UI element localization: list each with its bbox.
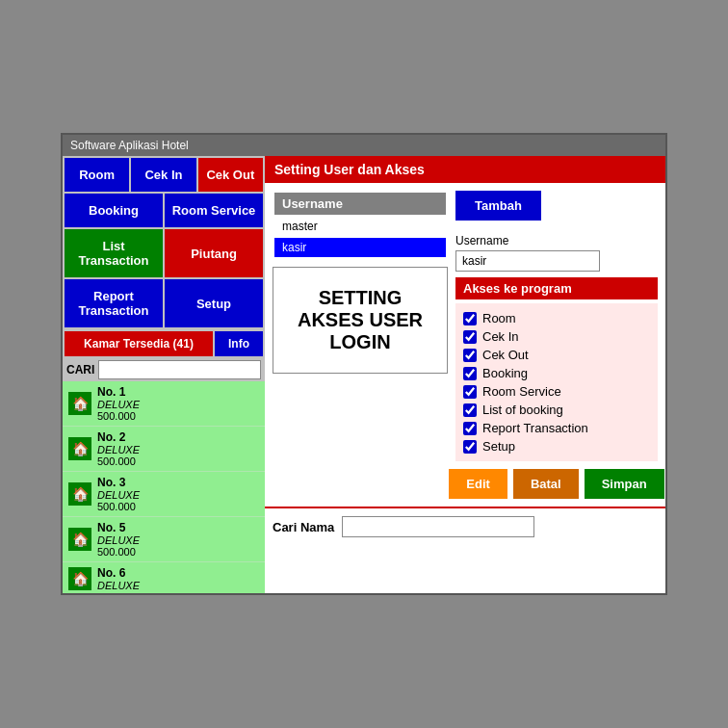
akses-checkbox[interactable]	[463, 367, 477, 380]
user-table-header: Username	[274, 193, 446, 215]
room-list-item[interactable]: 🏠 No. 2 DELUXE 500.000	[63, 427, 265, 472]
room-details: No. 2 DELUXE 500.000	[97, 430, 140, 467]
cekin-button[interactable]: Cek In	[131, 158, 195, 192]
room-list: 🏠 No. 1 DELUXE 500.000 🏠 No. 2 DELUXE 50…	[63, 381, 265, 593]
room-list-item[interactable]: 🏠 No. 1 DELUXE 500.000	[63, 381, 265, 427]
username-input[interactable]	[455, 250, 600, 272]
booking-button[interactable]: Booking	[65, 194, 163, 227]
username-label: Username	[455, 234, 658, 247]
akses-item-label: Report Transaction	[482, 421, 588, 435]
akses-item-label: Booking	[482, 366, 528, 380]
akses-checkbox[interactable]	[463, 349, 477, 362]
reporttransaction-button[interactable]: Report Transaction	[65, 279, 163, 327]
content-header: Setting User dan Akses	[265, 156, 665, 183]
batal-button[interactable]: Batal	[513, 469, 579, 499]
akses-item-label: Cek In	[482, 329, 519, 344]
content-area: Setting User dan Akses Username masterka…	[265, 156, 665, 593]
room-list-item[interactable]: 🏠 No. 5 DELUXE 500.000	[63, 517, 265, 562]
room-details: No. 3 DELUXE 500.000	[97, 476, 140, 512]
info-button[interactable]: Info	[215, 331, 263, 356]
kamar-tersedia-button[interactable]: Kamar Tersedia (41)	[65, 331, 213, 356]
room-details: No. 5 DELUXE 500.000	[97, 521, 140, 558]
user-name-cell: kasir	[274, 238, 446, 257]
akses-checkbox[interactable]	[463, 422, 477, 435]
setup-button[interactable]: Setup	[165, 279, 263, 327]
akses-item: Room	[463, 309, 650, 327]
room-icon: 🏠	[68, 567, 91, 590]
akses-checkbox[interactable]	[463, 440, 477, 454]
akses-item-label: Cek Out	[482, 348, 529, 362]
akses-item: Cek In	[463, 327, 650, 346]
piutang-button[interactable]: Piutang	[165, 229, 263, 277]
akses-item: Report Transaction	[463, 419, 650, 437]
room-icon: 🏠	[68, 482, 91, 506]
setting-box: SETTING AKSES USER LOGIN	[273, 267, 448, 374]
sidebar: Room Cek In Cek Out Booking Room Service…	[63, 156, 265, 593]
edit-button[interactable]: Edit	[449, 469, 507, 499]
akses-item: List of booking	[463, 401, 650, 419]
app-title: Software Aplikasi Hotel	[70, 139, 189, 152]
simpan-button[interactable]: Simpan	[585, 469, 664, 499]
akses-checkbox[interactable]	[463, 385, 477, 399]
room-icon: 🏠	[68, 392, 91, 415]
cari-nama-bar: Cari Nama	[265, 507, 665, 541]
title-bar: Software Aplikasi Hotel	[63, 135, 665, 156]
user-name-cell: master	[274, 217, 446, 236]
akses-list: Room Cek In Cek Out Booking Room Service…	[455, 303, 658, 461]
cari-input[interactable]	[98, 360, 261, 379]
room-button[interactable]: Room	[65, 158, 129, 192]
user-table: Username masterkasir	[273, 191, 448, 259]
akses-item-label: Setup	[482, 439, 515, 454]
room-details: No. 6 DELUXE	[97, 566, 140, 591]
cekout-button[interactable]: Cek Out	[198, 158, 263, 192]
akses-item: Room Service	[463, 382, 650, 401]
setting-box-text: SETTING AKSES USER LOGIN	[293, 287, 428, 353]
listtransaction-button[interactable]: List Transaction	[65, 229, 163, 277]
akses-checkbox[interactable]	[463, 312, 477, 325]
user-table-row[interactable]: master	[274, 217, 446, 236]
akses-section-label: Akses ke program	[455, 277, 658, 299]
cari-label: CARI	[66, 363, 94, 377]
akses-item: Cek Out	[463, 346, 650, 364]
cari-nama-label: Cari Nama	[273, 520, 334, 534]
akses-item-label: Room Service	[482, 384, 561, 399]
akses-item-label: Room	[482, 311, 516, 325]
akses-item-label: List of booking	[482, 403, 563, 417]
akses-checkbox[interactable]	[463, 403, 477, 417]
tambah-button[interactable]: Tambah	[455, 191, 541, 221]
room-list-item[interactable]: 🏠 No. 3 DELUXE 500.000	[63, 472, 265, 517]
room-icon: 🏠	[68, 437, 91, 460]
akses-item: Booking	[463, 364, 650, 382]
room-details: No. 1 DELUXE 500.000	[97, 385, 140, 422]
akses-item: Setup	[463, 437, 650, 455]
user-table-row[interactable]: kasir	[274, 238, 446, 257]
room-list-item[interactable]: 🏠 No. 6 DELUXE	[63, 562, 265, 593]
akses-checkbox[interactable]	[463, 330, 477, 344]
cari-nama-input[interactable]	[342, 516, 534, 537]
roomservice-button[interactable]: Room Service	[165, 194, 263, 227]
room-icon: 🏠	[68, 528, 91, 551]
